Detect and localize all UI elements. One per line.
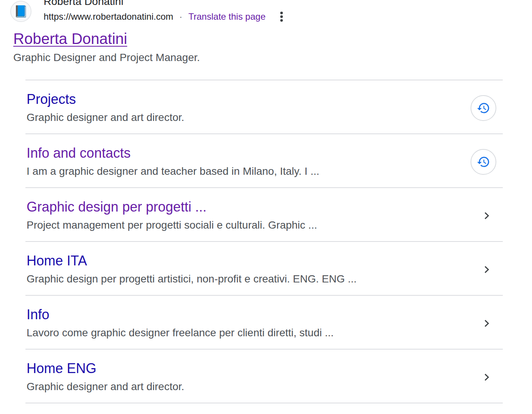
sitelink-row-graphic-design-per-progetti: Graphic design per progetti ... Project …	[25, 187, 503, 241]
url-separator-dot: ·	[179, 11, 183, 22]
chevron-right-icon	[481, 210, 492, 221]
sitelink-title-info-and-contacts[interactable]: Info and contacts	[27, 145, 131, 162]
sitelink-row-home-eng: Home ENG Graphic designer and art direct…	[25, 349, 503, 403]
expand-sitelink-button[interactable]	[481, 372, 492, 383]
expand-sitelink-button[interactable]	[481, 318, 492, 329]
sitelink-row-info-and-contacts: Info and contacts I am a graphic designe…	[25, 133, 503, 187]
chevron-right-icon	[481, 264, 492, 275]
expand-sitelink-button[interactable]	[481, 264, 492, 275]
sitelink-snippet: Lavoro come graphic designer freelance p…	[27, 325, 481, 340]
cached-history-button[interactable]	[471, 95, 496, 121]
sitelink-title-graphic-design-per-progetti[interactable]: Graphic design per progetti ...	[27, 199, 206, 215]
search-result-header: 📘 Roberta Donatini https://www.robertado…	[10, 0, 532, 24]
site-favicon: 📘	[10, 1, 31, 22]
more-options-button[interactable]	[275, 11, 288, 23]
sitelink-title-projects[interactable]: Projects	[27, 91, 76, 108]
sitelinks-list: Projects Graphic designer and art direct…	[25, 80, 503, 403]
result-title-link[interactable]: Roberta Donatini	[13, 30, 127, 47]
result-title: Roberta Donatini	[13, 29, 532, 49]
sitelink-snippet: Graphic designer and art director.	[27, 379, 481, 394]
result-snippet: Graphic Designer and Project Manager.	[13, 50, 532, 65]
sitelink-snippet: Graphic designer and art director.	[27, 110, 471, 125]
cached-history-button[interactable]	[471, 149, 496, 175]
sitelink-row-projects: Projects Graphic designer and art direct…	[25, 80, 503, 133]
sitelink-row-home-ita: Home ITA Graphic design per progetti art…	[25, 241, 503, 295]
sitelink-title-home-ita[interactable]: Home ITA	[27, 252, 87, 269]
blue-book-icon: 📘	[14, 6, 28, 17]
sitelink-row-info: Info Lavoro come graphic designer freela…	[25, 295, 503, 349]
chevron-right-icon	[481, 318, 492, 329]
sitelink-snippet: Project management per progetti sociali …	[27, 218, 481, 233]
sitelink-snippet: I am a graphic designer and teacher base…	[27, 164, 471, 179]
sitelink-title-info[interactable]: Info	[27, 306, 49, 323]
history-icon	[477, 101, 490, 115]
site-name-link[interactable]: Roberta Donatini	[44, 0, 288, 7]
sitelink-snippet: Graphic design per progetti artistici, n…	[27, 271, 481, 287]
chevron-right-icon	[481, 372, 492, 383]
site-url[interactable]: https://www.robertadonatini.com	[44, 11, 173, 22]
expand-sitelink-button[interactable]	[481, 210, 492, 221]
history-icon	[477, 155, 490, 169]
translate-this-page-link[interactable]: Translate this page	[189, 11, 266, 22]
kebab-menu-icon	[275, 11, 288, 23]
sitelink-title-home-eng[interactable]: Home ENG	[27, 360, 96, 377]
